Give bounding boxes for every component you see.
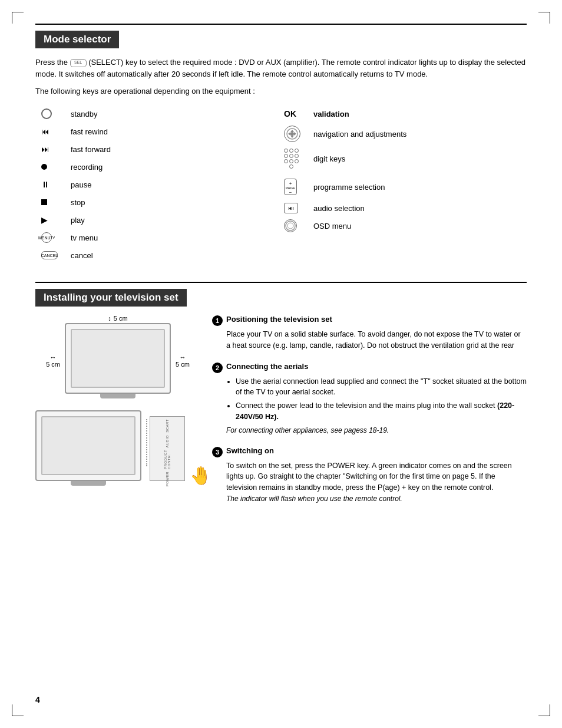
osd-label: OSD menu — [313, 222, 351, 230]
prog-icon: + PAGE − — [284, 179, 297, 195]
key-row-play: ▶ play — [41, 211, 284, 229]
mode-selector-title: Mode selector — [35, 31, 119, 48]
corner-mark-tl — [12, 12, 24, 24]
key-row-stop: stop — [41, 193, 284, 211]
tvmenu-icon-cell: MENUTV — [41, 232, 71, 243]
step-3-num: 3 — [212, 447, 223, 457]
cancel-icon: CANCEL — [41, 251, 58, 259]
ffwd-label: fast forward — [71, 145, 111, 154]
step-2-num: 2 — [212, 363, 223, 373]
page-number: 4 — [35, 695, 40, 704]
key-row-osd: OSD menu — [284, 217, 527, 235]
cancel-icon-cell: CANCEL — [41, 251, 71, 259]
step-1: 1 Positioning the television set Place y… — [212, 315, 527, 351]
svg-marker-2 — [290, 136, 294, 138]
step-2-bullets: Use the aerial connection lead supplied … — [236, 376, 527, 423]
record-icon — [41, 164, 47, 170]
step-2: 2 Connecting the aerials Use the aerial … — [212, 362, 527, 436]
stop-label: stop — [71, 198, 85, 207]
step-2-heading: 2 Connecting the aerials — [212, 362, 527, 373]
dotted-line — [146, 419, 147, 466]
step-1-heading: 1 Positioning the television set — [212, 315, 527, 326]
connector-label-1: SCART — [166, 419, 169, 433]
step-2-italic: For connecting other appliances, see pag… — [226, 425, 527, 436]
ffwd-icon: ⏭ — [41, 144, 49, 154]
step-3: 3 Switching on To switch on the set, pre… — [212, 446, 527, 504]
mode-selector-intro: Press the SEL (SELECT) key to select the… — [35, 57, 527, 80]
pause-icon-cell: ⏸ — [41, 180, 71, 189]
tv-screen-container-top — [65, 323, 171, 394]
rewind-icon-cell: ⏮ — [41, 127, 71, 136]
corner-mark-bl — [12, 704, 24, 716]
rewind-label: fast rewind — [71, 127, 108, 136]
section-divider-top — [35, 24, 527, 25]
right-arrow-label: 5 cm — [176, 361, 190, 368]
connector-label-2: AUDIO — [166, 435, 169, 448]
svg-point-5 — [290, 132, 294, 136]
ffwd-icon-cell: ⏭ — [41, 144, 71, 154]
connector-label-4: POWER — [166, 472, 169, 486]
step-2-body: Use the aerial connection lead supplied … — [226, 376, 527, 436]
tvmenu-icon: MENUTV — [41, 232, 52, 243]
section-divider-install — [35, 282, 527, 283]
standby-icon — [41, 108, 52, 119]
rewind-icon: ⏮ — [41, 127, 49, 136]
installing-content: ↕ 5 cm ↔ 5 cm — [35, 315, 527, 515]
key-row-prog: + PAGE − programme selection — [284, 174, 527, 199]
right-arrow: ↔ — [179, 354, 186, 361]
pause-label: pause — [71, 180, 91, 189]
stop-icon — [41, 199, 47, 205]
connector-label-3: PRODUCT CONTR. — [164, 450, 171, 469]
tvmenu-label: tv menu — [71, 233, 98, 242]
key-row-standby: standby — [41, 105, 284, 123]
standby-icon-cell — [41, 108, 71, 119]
tv-wrapper-top: ↔ 5 cm ↔ 5 cm — [46, 323, 190, 398]
connector-area: SCART AUDIO PRODUCT CONTR. POWER — [146, 410, 185, 486]
installing-section: Installing your television set ↕ 5 cm ↔ … — [35, 282, 527, 515]
ok-icon-cell: OK — [284, 109, 313, 118]
following-text: The following keys are operational depen… — [35, 87, 527, 95]
standby-label: standby — [71, 110, 98, 118]
tv-box-top — [65, 323, 171, 398]
step-1-num: 1 — [212, 315, 223, 326]
play-label: play — [71, 216, 85, 225]
left-arrow-label: 5 cm — [46, 361, 60, 368]
keys-grid: standby ⏮ fast rewind ⏭ fast forward — [41, 105, 527, 264]
hand-icon: 🤚 — [190, 465, 211, 486]
tv-screen-bottom — [41, 416, 135, 475]
digit-icon-cell — [284, 149, 313, 169]
digits-label: digit keys — [313, 149, 345, 163]
play-icon-cell: ▶ — [41, 215, 71, 225]
nav-label: navigation and adjustments — [313, 130, 406, 139]
top-arrow-label: ↕ 5 cm — [108, 315, 127, 322]
pause-icon: ⏸ — [41, 180, 49, 189]
corner-mark-br — [538, 704, 550, 716]
key-row-nav: navigation and adjustments — [284, 123, 527, 145]
key-row-tvmenu: MENUTV tv menu — [41, 229, 284, 246]
step-1-title: Positioning the television set — [226, 315, 332, 324]
key-row-digits: digit keys — [284, 145, 527, 174]
installing-title: Installing your television set — [35, 289, 187, 307]
keys-left-col: standby ⏮ fast rewind ⏭ fast forward — [41, 105, 284, 264]
instructions: 1 Positioning the television set Place y… — [212, 315, 527, 515]
tv-stand-top — [100, 394, 135, 398]
osd-icon-cell — [284, 219, 313, 232]
tv-box-bottom — [35, 410, 141, 481]
prog-icon-cell: + PAGE − — [284, 179, 313, 195]
hand-container: 🤚 — [190, 463, 211, 486]
connector-panel: SCART AUDIO PRODUCT CONTR. POWER — [150, 416, 185, 481]
step-3-italic: The indicator will flash when you use th… — [226, 493, 527, 504]
nav-icon-cell — [284, 126, 313, 142]
prog-label: programme selection — [313, 183, 385, 192]
step-3-heading: 3 Switching on — [212, 446, 527, 457]
key-row-cancel: CANCEL cancel — [41, 246, 284, 264]
osd-icon — [284, 219, 297, 232]
step-3-body: To switch on the set, press the POWER ke… — [226, 460, 527, 504]
step-2-title: Connecting the aerials — [226, 362, 308, 371]
ok-label-text: validation — [313, 110, 349, 118]
tv-diagram-top: ↕ 5 cm ↔ 5 cm — [35, 315, 200, 398]
key-row-ffwd: ⏭ fast forward — [41, 140, 284, 158]
tv-diagram-bottom: SCART AUDIO PRODUCT CONTR. POWER 🤚 — [35, 410, 200, 486]
step-2-bullet-1: Use the aerial connection lead supplied … — [236, 376, 527, 398]
key-row-ok: OK validation — [284, 105, 527, 123]
